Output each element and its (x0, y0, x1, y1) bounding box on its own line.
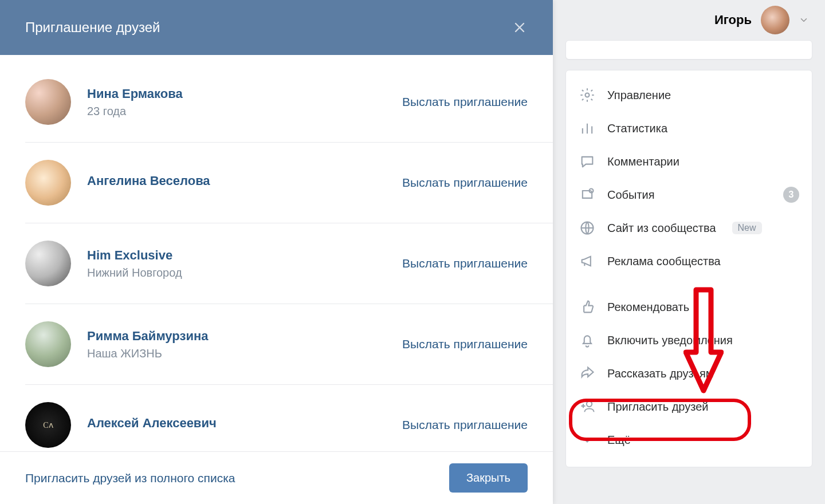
friend-sub: Наша ЖИЗНЬ (87, 347, 402, 360)
menu-label: Ещё (607, 434, 631, 447)
bell-icon (579, 332, 596, 349)
menu-comments[interactable]: Комментарии (566, 145, 812, 178)
menu-invite-friends[interactable]: Пригласить друзей (566, 390, 812, 423)
menu-notifications[interactable]: Включить уведомления (566, 324, 812, 357)
speech-bubble-icon (579, 153, 596, 170)
friend-name[interactable]: Him Exclusive (87, 248, 402, 263)
megaphone-icon (579, 253, 596, 270)
menu-label: Рекомендовать (607, 301, 689, 314)
friend-name[interactable]: Алексей Алексеевич (87, 416, 402, 431)
menu-label: Пригласить друзей (607, 400, 708, 414)
invite-from-full-list-link[interactable]: Пригласить друзей из полного списка (25, 471, 235, 485)
chevron-down-icon (579, 431, 596, 448)
menu-stats[interactable]: Статистика (566, 112, 812, 145)
menu-share[interactable]: Рассказать друзьям (566, 357, 812, 390)
new-badge: New (732, 222, 762, 234)
svg-point-0 (586, 93, 590, 97)
invite-friends-modal: Приглашение друзей Нина Ермакова 23 года… (0, 0, 553, 504)
current-user-name[interactable]: Игорь (714, 13, 752, 27)
menu-ads[interactable]: Реклама сообщества (566, 245, 812, 278)
friend-row: Ангелина Веселова Выслать приглашение (25, 143, 553, 223)
modal-title: Приглашение друзей (25, 19, 160, 36)
avatar[interactable] (25, 79, 71, 125)
current-user-avatar[interactable] (761, 6, 789, 34)
friend-sub: 23 года (87, 105, 402, 118)
send-invite-link[interactable]: Выслать приглашение (402, 95, 528, 109)
panel-divider (565, 40, 812, 60)
send-invite-link[interactable]: Выслать приглашение (402, 337, 528, 351)
friend-sub: Нижний Новгород (87, 266, 402, 279)
community-menu: Управление Статистика Комментарии Событи… (565, 70, 812, 467)
friend-row: Нина Ермакова 23 года Выслать приглашени… (25, 55, 553, 143)
bell-badge-icon (579, 186, 596, 203)
friend-row: Сᴧ Алексей Алексеевич Выслать приглашени… (25, 385, 553, 451)
menu-label: Статистика (607, 122, 667, 135)
bars-icon (579, 120, 596, 137)
events-count-badge: 3 (783, 187, 799, 203)
send-invite-link[interactable]: Выслать приглашение (402, 418, 528, 432)
close-icon[interactable] (512, 19, 528, 36)
menu-recommend[interactable]: Рекомендовать (566, 290, 812, 324)
share-icon (579, 365, 596, 382)
chevron-down-icon[interactable] (799, 15, 809, 25)
globe-icon (579, 219, 596, 237)
thumbs-up-icon (579, 298, 596, 316)
menu-manage[interactable]: Управление (566, 78, 812, 112)
menu-label: Сайт из сообщества (607, 222, 716, 235)
menu-label: Включить уведомления (607, 334, 733, 347)
menu-label: Реклама сообщества (607, 255, 721, 268)
menu-events[interactable]: События 3 (566, 178, 812, 211)
friends-list[interactable]: Нина Ермакова 23 года Выслать приглашени… (0, 55, 553, 451)
modal-footer: Пригласить друзей из полного списка Закр… (0, 451, 553, 504)
menu-more[interactable]: Ещё (566, 423, 812, 456)
add-user-icon (579, 398, 596, 415)
send-invite-link[interactable]: Выслать приглашение (402, 176, 528, 190)
friend-name[interactable]: Ангелина Веселова (87, 174, 402, 188)
svg-point-3 (587, 401, 592, 407)
avatar[interactable] (25, 241, 71, 286)
menu-site[interactable]: Сайт из сообщества New (566, 211, 812, 245)
friend-row: Римма Баймурзина Наша ЖИЗНЬ Выслать приг… (25, 304, 553, 385)
menu-label: Комментарии (607, 155, 679, 168)
topbar: Игорь (565, 0, 825, 40)
avatar[interactable] (25, 321, 71, 367)
close-button[interactable]: Закрыть (449, 463, 528, 493)
friend-name[interactable]: Римма Баймурзина (87, 329, 402, 344)
menu-label: События (607, 188, 655, 202)
avatar[interactable] (25, 160, 71, 206)
friend-row: Him Exclusive Нижний Новгород Выслать пр… (25, 223, 553, 304)
gear-icon (579, 86, 596, 104)
avatar[interactable]: Сᴧ (25, 402, 71, 448)
modal-header: Приглашение друзей (0, 0, 553, 55)
menu-label: Управление (607, 89, 671, 102)
menu-label: Рассказать друзьям (607, 367, 714, 380)
send-invite-link[interactable]: Выслать приглашение (402, 257, 528, 270)
friend-name[interactable]: Нина Ермакова (87, 86, 402, 101)
